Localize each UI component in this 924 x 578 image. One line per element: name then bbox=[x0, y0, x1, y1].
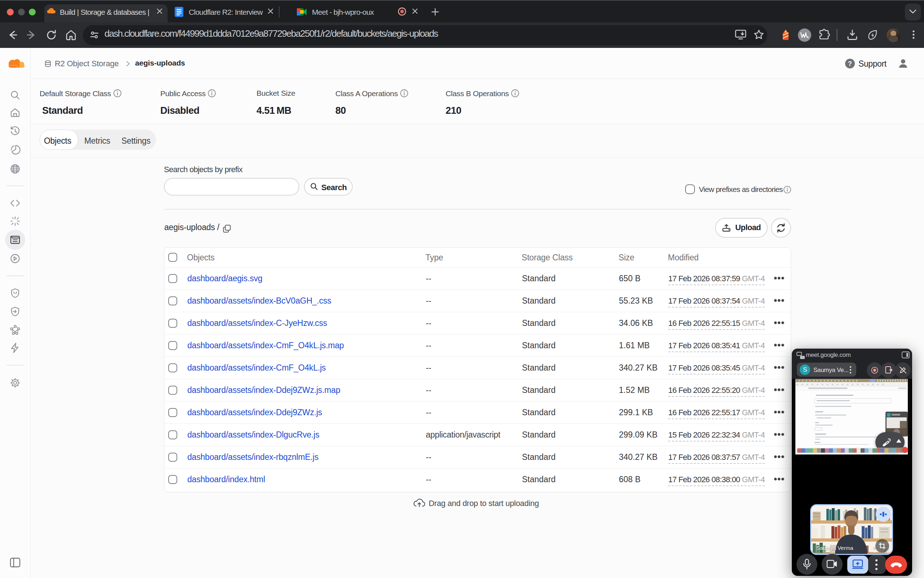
svg-text:Saumya Verma: Saumya Verma bbox=[816, 545, 853, 551]
